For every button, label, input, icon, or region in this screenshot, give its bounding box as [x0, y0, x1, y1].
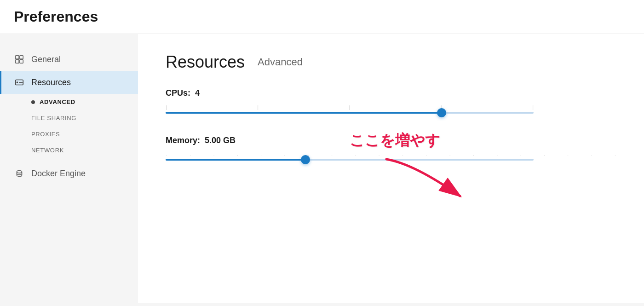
memory-value: 5.00 GB	[205, 136, 236, 145]
memory-slider-thumb[interactable]	[301, 155, 310, 164]
svg-rect-2	[16, 60, 19, 63]
sidebar-subitem-proxies-label: PROXIES	[31, 131, 60, 138]
cpu-label: CPUs: 4	[166, 88, 616, 98]
memory-label: Memory: 5.00 GB	[166, 136, 616, 145]
cpu-setting-row: CPUs: 4 | | | | |	[166, 88, 616, 114]
tab-advanced[interactable]: Advanced	[254, 54, 306, 70]
content-area: Resources Advanced CPUs: 4 | | | | |	[138, 34, 644, 303]
page-title: Preferences	[14, 8, 630, 25]
sidebar-item-resources[interactable]: Resources	[0, 71, 138, 94]
sidebar-subitem-file-sharing-label: FILE SHARING	[31, 115, 76, 121]
sidebar-subitem-advanced-label: ADVANCED	[40, 98, 75, 105]
sidebar-subitem-file-sharing[interactable]: FILE SHARING	[31, 110, 138, 126]
sidebar-item-general[interactable]: General	[0, 48, 138, 71]
bullet-icon	[31, 100, 35, 104]
sidebar-item-general-label: General	[31, 55, 61, 64]
sidebar-item-resources-label: Resources	[31, 78, 71, 87]
cpu-value: 4	[195, 88, 200, 98]
docker-engine-icon	[14, 168, 25, 179]
cpu-slider-thumb[interactable]	[437, 108, 446, 117]
sidebar-subitem-network[interactable]: NETWORK	[31, 142, 138, 158]
svg-point-5	[17, 81, 18, 83]
cpu-slider-fill	[166, 112, 442, 114]
svg-rect-0	[16, 56, 19, 59]
content-header: Resources Advanced	[166, 52, 616, 72]
cpu-slider-track[interactable]	[166, 112, 534, 114]
sidebar-item-docker-engine-label: Docker Engine	[31, 169, 86, 179]
header: Preferences	[0, 0, 644, 34]
content-title: Resources	[166, 52, 245, 72]
memory-slider-fill	[166, 159, 305, 161]
memory-setting-row: Memory: 5.00 GB .. .. .. .. .. .. .. .. …	[166, 136, 616, 161]
resources-icon	[14, 77, 25, 87]
annotation-arrow	[377, 155, 478, 210]
sidebar-subitem-advanced[interactable]: ADVANCED	[31, 94, 138, 110]
svg-rect-1	[20, 56, 23, 59]
svg-rect-3	[20, 60, 23, 63]
svg-point-7	[17, 171, 22, 173]
general-icon	[14, 54, 25, 64]
sidebar-subitem-proxies[interactable]: PROXIES	[31, 126, 138, 142]
sidebar: General Resources ADVANCED FILE SHARING	[0, 34, 138, 303]
memory-slider-track[interactable]	[166, 159, 534, 161]
cpu-slider-container: | | | | |	[166, 104, 534, 114]
memory-slider-container	[166, 159, 534, 161]
main-content: General Resources ADVANCED FILE SHARING	[0, 34, 644, 303]
sidebar-subitem-network-label: NETWORK	[31, 147, 64, 154]
sidebar-subitems: ADVANCED FILE SHARING PROXIES NETWORK	[0, 94, 138, 158]
sidebar-item-docker-engine[interactable]: Docker Engine	[0, 162, 138, 185]
